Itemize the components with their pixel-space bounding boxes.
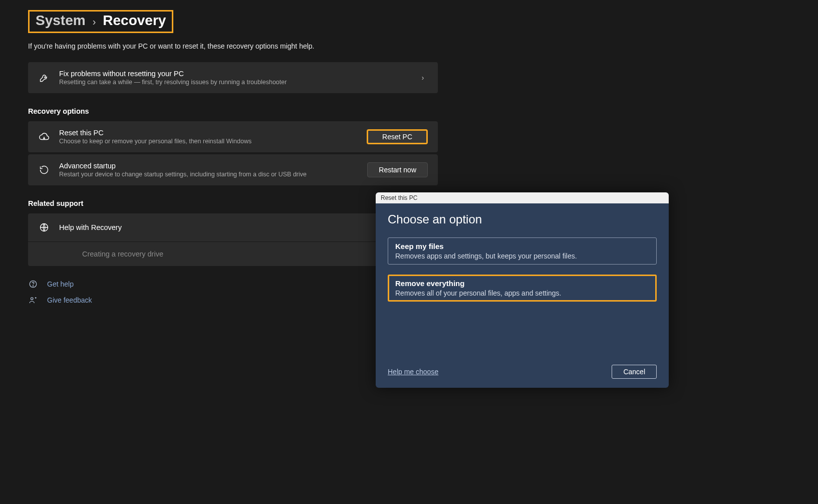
page-subtitle: If you're having problems with your PC o… xyxy=(28,42,438,50)
cloud-download-icon xyxy=(38,131,50,143)
restart-icon xyxy=(38,164,50,176)
restart-now-button[interactable]: Restart now xyxy=(367,162,428,177)
help-me-choose-link[interactable]: Help me choose xyxy=(388,368,438,376)
option-keep-title: Keep my files xyxy=(395,242,649,250)
option-keep-desc: Removes apps and settings, but keeps you… xyxy=(395,252,649,260)
advanced-desc: Restart your device to change startup se… xyxy=(59,171,358,178)
reset-pc-button[interactable]: Reset PC xyxy=(367,129,428,144)
give-feedback-label: Give feedback xyxy=(47,296,92,304)
help-icon xyxy=(28,279,38,289)
option-keep-my-files[interactable]: Keep my files Removes apps and settings,… xyxy=(388,237,657,265)
option-remove-desc: Removes all of your personal files, apps… xyxy=(395,289,649,297)
breadcrumb-parent[interactable]: System xyxy=(36,13,86,29)
help-with-recovery-label: Help with Recovery xyxy=(59,223,122,231)
breadcrumb-current: Recovery xyxy=(103,13,166,29)
troubleshoot-card[interactable]: Fix problems without resetting your PC R… xyxy=(28,62,438,93)
feedback-icon xyxy=(28,295,38,305)
option-remove-title: Remove everything xyxy=(395,279,649,288)
cancel-button[interactable]: Cancel xyxy=(612,365,657,379)
reset-pc-desc: Choose to keep or remove your personal f… xyxy=(59,138,358,145)
advanced-startup-card: Advanced startup Restart your device to … xyxy=(28,154,438,185)
option-remove-everything[interactable]: Remove everything Removes all of your pe… xyxy=(388,275,657,302)
advanced-title: Advanced startup xyxy=(59,162,358,170)
reset-pc-dialog: Reset this PC Choose an option Keep my f… xyxy=(376,192,669,388)
globe-icon xyxy=(38,221,50,233)
recovery-options-heading: Recovery options xyxy=(28,107,438,115)
breadcrumb[interactable]: System › Recovery xyxy=(28,10,173,33)
chevron-right-icon: › xyxy=(93,16,96,28)
reset-pc-card: Reset this PC Choose to keep or remove y… xyxy=(28,121,438,152)
troubleshoot-title: Fix problems without resetting your PC xyxy=(59,70,409,78)
get-help-label: Get help xyxy=(47,280,74,288)
dialog-heading: Choose an option xyxy=(388,212,657,226)
dialog-titlebar: Reset this PC xyxy=(376,192,669,203)
wrench-icon xyxy=(38,72,50,84)
troubleshoot-desc: Resetting can take a while — first, try … xyxy=(59,79,409,86)
recovery-drive-label: Creating a recovery drive xyxy=(82,250,163,258)
reset-pc-title: Reset this PC xyxy=(59,129,358,137)
svg-point-2 xyxy=(33,286,33,286)
chevron-right-icon: › xyxy=(418,74,428,82)
svg-point-3 xyxy=(31,298,34,300)
